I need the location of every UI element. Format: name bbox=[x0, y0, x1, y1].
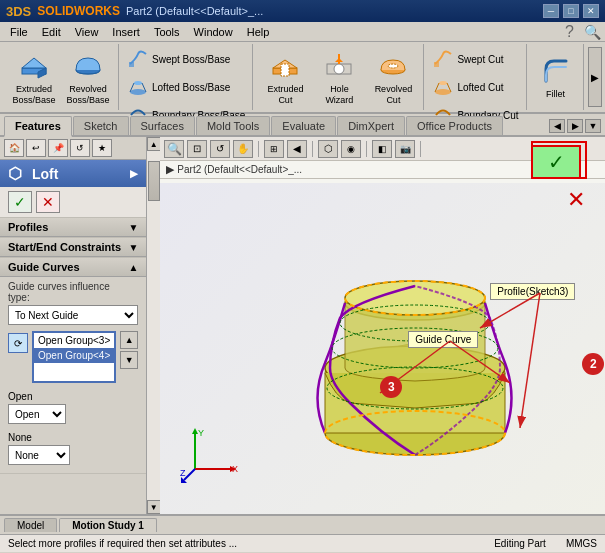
zoom-in-button[interactable]: 🔍 bbox=[164, 140, 184, 158]
cancel-button[interactable]: ✕ bbox=[36, 191, 60, 213]
menu-edit[interactable]: Edit bbox=[36, 25, 67, 39]
more-tools: ▶ bbox=[586, 44, 604, 110]
reject-button[interactable]: ✕ bbox=[567, 187, 585, 213]
rotate-button[interactable]: ↺ bbox=[210, 140, 230, 158]
display-mode-button[interactable]: ⬡ bbox=[318, 140, 338, 158]
status-middle-text: Editing Part bbox=[494, 538, 546, 549]
profiles-header[interactable]: Profiles ▼ bbox=[0, 218, 146, 237]
swept-cut-button[interactable]: Swept Cut bbox=[428, 46, 523, 72]
minimize-button[interactable]: ─ bbox=[543, 4, 559, 18]
scroll-thumb[interactable] bbox=[148, 161, 160, 201]
lofted-boss-label: Lofted Boss/Base bbox=[152, 82, 230, 93]
loft-header-icon: ⬡ bbox=[8, 164, 22, 183]
tab-features[interactable]: Features bbox=[4, 116, 72, 137]
accept-button[interactable]: ✓ bbox=[531, 145, 581, 179]
tab-office-products[interactable]: Office Products bbox=[406, 116, 503, 135]
hole-wizard-label: HoleWizard bbox=[325, 84, 353, 106]
panel-home-button[interactable]: 🏠 bbox=[4, 139, 24, 157]
list-down-button[interactable]: ▼ bbox=[120, 351, 138, 369]
tab-dimxpert[interactable]: DimXpert bbox=[337, 116, 405, 135]
toolbar-expand-button[interactable]: ▶ bbox=[588, 47, 602, 107]
loft-arrow-icon[interactable]: ▶ bbox=[130, 168, 138, 179]
none-label: None bbox=[8, 432, 138, 443]
swept-cut-icon bbox=[433, 49, 453, 69]
section-view-button[interactable]: ◧ bbox=[372, 140, 392, 158]
panel-pin-button[interactable]: 📌 bbox=[48, 139, 68, 157]
svg-rect-16 bbox=[434, 62, 439, 67]
hide-show-button[interactable]: ◉ bbox=[341, 140, 361, 158]
menu-insert[interactable]: Insert bbox=[106, 25, 146, 39]
swept-boss-button[interactable]: Swept Boss/Base bbox=[123, 46, 250, 72]
fillet-button[interactable]: Fillet bbox=[533, 45, 579, 109]
guide-add-button[interactable]: ⟳ bbox=[8, 333, 28, 353]
menu-view[interactable]: View bbox=[69, 25, 105, 39]
none-dropdown[interactable]: None Tangent Normal bbox=[8, 445, 70, 465]
ok-button[interactable]: ✓ bbox=[8, 191, 32, 213]
extruded-cut-button[interactable]: ExtrudedCut bbox=[259, 45, 311, 109]
view-prev-button[interactable]: ◀ bbox=[287, 140, 307, 158]
revolved-boss-button[interactable]: RevolvedBoss/Base bbox=[62, 45, 114, 109]
panel-scrollbar: ▲ ▼ bbox=[146, 137, 160, 514]
lofted-cut-label: Lofted Cut bbox=[457, 82, 503, 93]
toolbar-group-boss: ExtrudedBoss/Base RevolvedBoss/Base bbox=[4, 44, 119, 110]
toolbar-group-cut: ExtrudedCut HoleWizard Revo bbox=[255, 44, 424, 110]
panel-back-button[interactable]: ↩ bbox=[26, 139, 46, 157]
extruded-boss-button[interactable]: ExtrudedBoss/Base bbox=[8, 45, 60, 109]
lofted-boss-button[interactable]: Lofted Boss/Base bbox=[123, 74, 250, 100]
panel-star-button[interactable]: ★ bbox=[92, 139, 112, 157]
search-icon[interactable]: 🔍 bbox=[584, 24, 601, 40]
revolved-cut-icon bbox=[377, 50, 409, 82]
scroll-up-button[interactable]: ▲ bbox=[147, 137, 161, 151]
tab-sketch[interactable]: Sketch bbox=[73, 116, 129, 135]
hole-wizard-icon bbox=[323, 50, 355, 82]
guide-curves-section: Guide Curves ▲ Guide curves influencetyp… bbox=[0, 258, 146, 474]
btab-motion-study[interactable]: Motion Study 1 bbox=[59, 518, 157, 532]
svg-text:Z: Z bbox=[180, 468, 186, 478]
lofted-cut-button[interactable]: Lofted Cut bbox=[428, 74, 523, 100]
bottom-tab-bar: Model Motion Study 1 bbox=[0, 514, 605, 534]
tab-evaluate[interactable]: Evaluate bbox=[271, 116, 336, 135]
pan-button[interactable]: ✋ bbox=[233, 140, 253, 158]
guide-curves-list[interactable]: Open Group<3> Open Group<4> bbox=[32, 331, 116, 383]
menu-tools[interactable]: Tools bbox=[148, 25, 186, 39]
scroll-down-button[interactable]: ▼ bbox=[147, 500, 161, 514]
app-logo: 3DS bbox=[6, 4, 31, 19]
fillet-label: Fillet bbox=[546, 89, 565, 100]
profiles-chevron-icon: ▼ bbox=[128, 222, 138, 233]
panel-refresh-button[interactable]: ↺ bbox=[70, 139, 90, 157]
zoom-extent-button[interactable]: ⊡ bbox=[187, 140, 207, 158]
list-item-open-group-3[interactable]: Open Group<3> bbox=[34, 333, 114, 348]
menu-help[interactable]: Help bbox=[241, 25, 276, 39]
btab-model[interactable]: Model bbox=[4, 518, 57, 532]
open-dropdown[interactable]: Open Closed bbox=[8, 404, 66, 424]
tab-left-btn[interactable]: ◀ bbox=[549, 119, 565, 133]
revolved-cut-button[interactable]: RevolvedCut bbox=[367, 45, 419, 109]
guide-curves-header[interactable]: Guide Curves ▲ bbox=[0, 258, 146, 277]
list-item-open-group-4[interactable]: Open Group<4> bbox=[34, 348, 114, 363]
scroll-track[interactable] bbox=[147, 151, 161, 500]
viewport-3d[interactable]: Guide Curve Profile(Sketch3) bbox=[160, 183, 605, 514]
start-end-header[interactable]: Start/End Constraints ▼ bbox=[0, 238, 146, 257]
tab-right-btn[interactable]: ▶ bbox=[567, 119, 583, 133]
tab-controls: ◀ ▶ ▼ bbox=[549, 119, 601, 135]
list-up-button[interactable]: ▲ bbox=[120, 331, 138, 349]
svg-point-17 bbox=[435, 89, 451, 95]
maximize-button[interactable]: □ bbox=[563, 4, 579, 18]
swept-cut-label: Swept Cut bbox=[457, 54, 503, 65]
camera-button[interactable]: 📷 bbox=[395, 140, 415, 158]
menu-window[interactable]: Window bbox=[188, 25, 239, 39]
view-orient-button[interactable]: ⊞ bbox=[264, 140, 284, 158]
menu-file[interactable]: File bbox=[4, 25, 34, 39]
guide-curves-label: Guide Curves bbox=[8, 261, 80, 273]
hole-wizard-button[interactable]: HoleWizard bbox=[313, 45, 365, 109]
tab-surfaces[interactable]: Surfaces bbox=[130, 116, 195, 135]
window-controls: ─ □ ✕ bbox=[543, 4, 599, 18]
extruded-boss-label: ExtrudedBoss/Base bbox=[12, 84, 55, 106]
tab-mold-tools[interactable]: Mold Tools bbox=[196, 116, 270, 135]
close-button[interactable]: ✕ bbox=[583, 4, 599, 18]
guide-type-dropdown[interactable]: To Next Guide To Next Sharp Global bbox=[8, 305, 138, 325]
extruded-cut-icon bbox=[269, 50, 301, 82]
svg-point-18 bbox=[439, 81, 447, 85]
tab-down-btn[interactable]: ▼ bbox=[585, 119, 601, 133]
question-icon[interactable]: ? bbox=[565, 23, 574, 41]
